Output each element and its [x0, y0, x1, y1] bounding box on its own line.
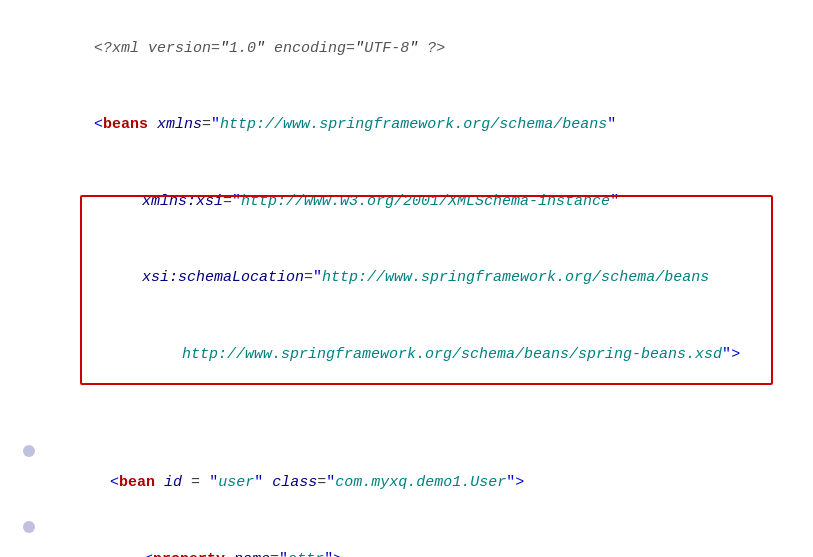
attr-class: class — [272, 474, 317, 491]
xmlns-xsi-val: http://www.w3.org/2001/XMLSchema-instanc… — [241, 193, 610, 210]
line-empty2 — [20, 419, 793, 445]
schema-loc-val1: http://www.springframework.org/schema/be… — [322, 269, 709, 286]
code-line-content: <?xml version="1.0" encoding="UTF-8" ?> — [38, 10, 793, 87]
code-line-content: http://www.springframework.org/schema/be… — [38, 316, 793, 393]
line-beans-open: <beans xmlns="http://www.springframework… — [20, 87, 793, 164]
code-line-empty — [38, 393, 793, 419]
attr-xmlns-xsi: xmlns:xsi — [142, 193, 223, 210]
code-line-content: xmlns:xsi="http://www.w3.org/2001/XMLSch… — [38, 163, 793, 240]
gutter-dot — [23, 445, 35, 457]
attr-schema-loc: xsi:schemaLocation — [142, 269, 304, 286]
xmlns-val: http://www.springframework.org/schema/be… — [220, 116, 607, 133]
bracket: < — [110, 474, 119, 491]
attr-id: id — [164, 474, 182, 491]
line-schema-loc1: xsi:schemaLocation="http://www.springfra… — [20, 240, 793, 317]
line-xmlns-xsi: xmlns:xsi="http://www.w3.org/2001/XMLSch… — [20, 163, 793, 240]
code-block: <?xml version="1.0" encoding="UTF-8" ?> … — [20, 10, 793, 557]
attr-name: name — [234, 551, 270, 558]
gutter-bean — [20, 445, 38, 457]
name-val: attr — [288, 551, 324, 558]
code-line-content: <bean id = "user" class="com.myxq.demo1.… — [38, 445, 793, 522]
proc-instr-text: <?xml version="1.0" encoding="UTF-8" ?> — [94, 40, 445, 57]
gutter-dot — [23, 521, 35, 533]
id-val: user — [218, 474, 254, 491]
line-schema-loc2: http://www.springframework.org/schema/be… — [20, 316, 793, 393]
code-line-empty — [38, 419, 793, 445]
line-proc-instr: <?xml version="1.0" encoding="UTF-8" ?> — [20, 10, 793, 87]
line-property-open: <property name="attr"> — [20, 521, 793, 557]
line-bean-open: <bean id = "user" class="com.myxq.demo1.… — [20, 445, 793, 522]
attr-xmlns: xmlns — [157, 116, 202, 133]
code-line-content: <beans xmlns="http://www.springframework… — [38, 87, 793, 164]
bracket: < — [144, 551, 153, 558]
tag-bean: bean — [119, 474, 155, 491]
class-val: com.myxq.demo1.User — [335, 474, 506, 491]
gutter-property — [20, 521, 38, 533]
tag-beans: beans — [103, 116, 148, 133]
line-empty1 — [20, 393, 793, 419]
bracket: < — [94, 116, 103, 133]
code-line-content: <property name="attr"> — [38, 521, 793, 557]
schema-loc-val2: http://www.springframework.org/schema/be… — [182, 346, 722, 363]
code-line-content: xsi:schemaLocation="http://www.springfra… — [38, 240, 793, 317]
tag-property: property — [153, 551, 225, 558]
